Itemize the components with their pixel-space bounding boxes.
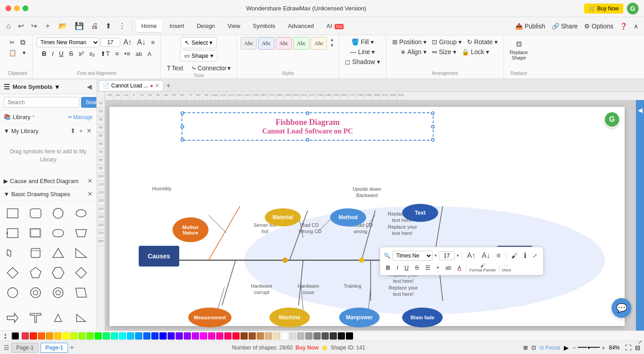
color-violet2[interactable] [192, 332, 199, 340]
color-gray5[interactable] [322, 332, 329, 340]
strikethrough-button[interactable]: S [67, 49, 75, 59]
text-button[interactable]: T Text [164, 63, 185, 73]
tab-design[interactable]: Design [191, 20, 220, 32]
shape-t-shape[interactable] [27, 309, 45, 327]
close-basic-shapes-button[interactable]: ✕ [87, 190, 93, 198]
page-options-button[interactable]: ☰ [4, 344, 9, 351]
color-cyan1[interactable] [111, 332, 118, 340]
no-color-swatch[interactable] [12, 332, 19, 340]
color-sky2[interactable] [135, 332, 142, 340]
highlight-button[interactable]: ab [133, 49, 144, 59]
shape-triangle[interactable] [49, 244, 67, 262]
float-underline-button[interactable]: U [402, 263, 411, 272]
tab-home[interactable]: Home [136, 20, 163, 32]
bubble-method[interactable]: Method [330, 208, 366, 226]
tab-ai[interactable]: AI hot [321, 20, 349, 32]
float-highlight-button[interactable]: ab [443, 263, 454, 272]
styles-down-button[interactable]: ▼ [329, 43, 335, 48]
decrease-font-button[interactable]: A↓ [135, 37, 148, 48]
shape-rounded-rect[interactable] [27, 204, 45, 222]
color-brown2[interactable] [249, 332, 256, 340]
font-color-button[interactable]: A [145, 49, 154, 59]
paste-button[interactable]: 📋 [6, 48, 18, 58]
color-pink3[interactable] [232, 332, 240, 340]
close-cause-effect-button[interactable]: ✕ [87, 177, 93, 184]
color-down-button[interactable]: ▼ [2, 336, 9, 339]
underline-button[interactable]: U [57, 49, 66, 59]
select-button[interactable]: ↖ Select ▾ [181, 37, 217, 48]
float-bold-button[interactable]: B [384, 263, 392, 272]
align-button2[interactable]: ⧺ Align ▾ [398, 47, 428, 57]
causes-box[interactable]: Causes [139, 246, 179, 267]
buy-now-button[interactable]: 🛒 Buy Now [584, 4, 623, 14]
right-sidebar-icon[interactable]: ◀ [638, 105, 643, 115]
float-align-button[interactable]: ≡ [494, 250, 503, 261]
style-5[interactable]: Abc [311, 37, 327, 50]
float-list-button[interactable]: ☰ [423, 263, 433, 272]
tab-insert[interactable]: Insert [164, 20, 190, 32]
color-gray1[interactable] [289, 332, 296, 340]
color-green2[interactable] [103, 332, 110, 340]
shape-rectangle[interactable] [4, 204, 22, 222]
shape-circle[interactable] [49, 204, 67, 222]
float-grow-font-button[interactable]: A↑ [465, 250, 478, 261]
style-2[interactable]: Abc [258, 37, 274, 50]
home-icon[interactable]: ⌂ [4, 20, 14, 32]
color-red1[interactable] [22, 332, 29, 340]
shape-shadow-rect[interactable] [27, 224, 45, 242]
float-more-label[interactable]: ⋯ More [502, 263, 512, 272]
shape-arrow-right[interactable] [4, 309, 22, 327]
float-resize-button[interactable]: ⤢ [531, 251, 540, 260]
color-pink2[interactable] [224, 332, 231, 340]
color-yellow2[interactable] [62, 332, 69, 340]
italic-button[interactable]: I [50, 49, 56, 59]
line-button[interactable]: — Line ▾ [348, 47, 377, 57]
color-cyan2[interactable] [119, 332, 126, 340]
search-input[interactable] [4, 97, 79, 108]
shape-ellipse[interactable] [4, 284, 22, 302]
file-tab[interactable]: 📄 Cannot Load ... ● ✕ [99, 80, 163, 91]
close-file-button[interactable]: ✕ [155, 83, 159, 89]
color-orange2[interactable] [46, 332, 53, 340]
float-bullet-button[interactable]: • [435, 263, 441, 272]
float-color-button[interactable]: A [455, 263, 463, 272]
close-button[interactable] [5, 5, 11, 11]
float-size-input[interactable] [439, 251, 455, 260]
float-shrink-font-button[interactable]: A↓ [480, 250, 493, 261]
color-indigo2[interactable] [176, 332, 183, 340]
bubble-machine[interactable]: Machine [269, 308, 310, 327]
close-library-button[interactable]: ✕ [86, 126, 93, 135]
float-italic-button[interactable]: I [394, 263, 400, 272]
publish-button[interactable]: 📤 Publish [513, 21, 548, 31]
manage-link[interactable]: ✏ Manage [68, 114, 93, 120]
search-button[interactable]: Search [81, 97, 97, 108]
shape-right-triangle[interactable] [72, 244, 90, 262]
export-library-button[interactable]: ⬆ [69, 126, 77, 135]
play-button[interactable]: ▶ [564, 344, 569, 351]
help-button[interactable]: ❓ [617, 21, 630, 31]
shape-circle2[interactable] [49, 284, 67, 302]
zoom-in-button[interactable]: + [602, 344, 605, 351]
color-tan2[interactable] [265, 332, 272, 340]
list-button[interactable]: ≡ [113, 49, 121, 59]
color-yellow1[interactable] [54, 332, 61, 340]
font-name-select[interactable]: Times New Roman [36, 37, 100, 47]
collapse-button[interactable]: ∧ [631, 21, 640, 31]
connector-button[interactable]: ⤷ Connector ▾ [189, 63, 233, 73]
lock-button[interactable]: 🔒 Lock ▾ [459, 47, 491, 57]
color-violet1[interactable] [184, 332, 191, 340]
shadow-button[interactable]: ◻ Shadow ▾ [343, 57, 382, 67]
size-button[interactable]: ⇔ Size ▾ [430, 47, 458, 57]
cut-button[interactable]: ✂ [7, 37, 17, 47]
bullet-button[interactable]: •≡ [122, 49, 132, 59]
fill-button[interactable]: 🪣 Fill ▾ [349, 37, 376, 47]
color-lime1[interactable] [78, 332, 86, 340]
redo-icon[interactable]: ↪ [28, 20, 40, 32]
color-wheat[interactable] [273, 332, 280, 340]
subscript-button[interactable]: x₂ [87, 49, 97, 59]
styles-up-button[interactable]: ▲ [329, 37, 335, 42]
bubble-manpower[interactable]: Manpower [339, 308, 380, 327]
float-font-select[interactable]: Times Ne [392, 251, 433, 261]
color-magenta1[interactable] [200, 332, 207, 340]
style-1[interactable]: Abc [240, 37, 257, 50]
